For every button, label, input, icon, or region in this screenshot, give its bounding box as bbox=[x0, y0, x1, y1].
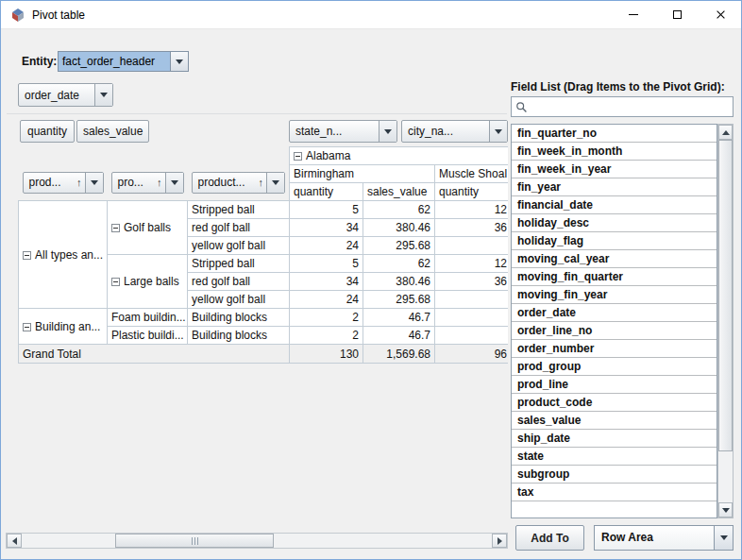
row-field-chip-prod-line[interactable]: pro... ↑ bbox=[111, 172, 184, 194]
field-list-item[interactable]: product_code bbox=[512, 394, 717, 412]
sort-asc-icon[interactable]: ↑ bbox=[259, 177, 267, 188]
arrow-down-icon bbox=[722, 508, 730, 513]
state-group-header: Alabama bbox=[290, 147, 508, 165]
chevron-down-icon[interactable] bbox=[95, 84, 112, 106]
value-header: sales_value bbox=[363, 183, 435, 201]
value-cell: 46.7 bbox=[363, 309, 435, 327]
minimize-button[interactable] bbox=[612, 1, 655, 28]
collapse-icon[interactable] bbox=[23, 251, 31, 260]
field-list-item[interactable]: order_line_no bbox=[512, 322, 717, 340]
value-cell: 12 bbox=[435, 255, 508, 273]
row-group-label: Large balls bbox=[124, 275, 179, 288]
value-cell bbox=[435, 291, 508, 309]
row-group-label: Golf balls bbox=[124, 221, 171, 234]
field-search-box[interactable] bbox=[511, 96, 734, 117]
column-field-chip-city[interactable]: city_na... bbox=[401, 120, 508, 143]
value-header: quantity bbox=[290, 183, 363, 201]
add-to-button[interactable]: Add To bbox=[515, 525, 584, 551]
chevron-down-icon[interactable] bbox=[490, 121, 507, 142]
measure-chip-quantity[interactable]: quantity bbox=[20, 120, 75, 143]
column-field-chip-state[interactable]: state_n... bbox=[289, 120, 397, 143]
horizontal-scrollbar[interactable] bbox=[6, 533, 508, 549]
value-cell bbox=[435, 327, 508, 345]
column-field-label: city_na... bbox=[402, 125, 489, 138]
field-list-item[interactable]: ship_date bbox=[512, 430, 717, 448]
field-list-item[interactable]: moving_fin_quarter bbox=[512, 268, 717, 286]
field-list-item[interactable]: holiday_desc bbox=[512, 214, 717, 232]
field-list-item[interactable]: fin_week_in_month bbox=[512, 143, 717, 161]
grand-total-cell: 1,569.68 bbox=[363, 345, 435, 364]
chevron-down-icon[interactable] bbox=[166, 173, 183, 193]
field-list-item[interactable]: prod_group bbox=[512, 358, 717, 376]
value-cell: 5 bbox=[290, 255, 363, 273]
chevron-down-icon[interactable] bbox=[86, 173, 103, 193]
row-group-cell[interactable]: All types an... bbox=[19, 201, 108, 309]
field-list-item[interactable]: state bbox=[512, 448, 717, 466]
field-list-item[interactable]: prod_line bbox=[512, 376, 717, 394]
scroll-left-button[interactable] bbox=[7, 534, 22, 548]
row-group-cell[interactable]: Large balls bbox=[108, 255, 188, 309]
value-cell: 36 bbox=[435, 273, 508, 291]
row-field-chip-prod-group[interactable]: prod... ↑ bbox=[23, 172, 104, 194]
value-cell: 62 bbox=[363, 255, 435, 273]
entity-combobox[interactable]: fact_order_header bbox=[58, 51, 189, 72]
collapse-icon[interactable] bbox=[111, 278, 120, 286]
field-search-input[interactable] bbox=[528, 98, 733, 115]
row-field-label: prod... bbox=[24, 176, 77, 189]
product-cell: yellow golf ball bbox=[188, 291, 290, 309]
scroll-right-button[interactable] bbox=[492, 534, 507, 548]
field-list-item[interactable]: holiday_flag bbox=[512, 232, 717, 250]
filter-chip-order-date[interactable]: order_date bbox=[18, 83, 113, 107]
maximize-button[interactable] bbox=[655, 1, 699, 28]
field-list-item[interactable]: fin_quarter_no bbox=[512, 125, 717, 143]
chevron-down-icon[interactable] bbox=[170, 52, 188, 71]
window-title: Pivot table bbox=[32, 1, 85, 29]
collapse-icon[interactable] bbox=[294, 152, 302, 161]
row-group-cell[interactable]: Building an... bbox=[19, 309, 108, 345]
row-group-cell[interactable]: Plastic buildi... bbox=[108, 327, 188, 345]
arrow-up-icon bbox=[722, 130, 730, 135]
field-list-item[interactable]: subgroup bbox=[512, 466, 717, 484]
scroll-down-button[interactable] bbox=[718, 502, 733, 518]
collapse-icon[interactable] bbox=[23, 323, 31, 331]
field-list-item[interactable]: fin_year bbox=[512, 178, 717, 196]
value-cell: 5 bbox=[290, 201, 363, 219]
field-list-item[interactable]: order_number bbox=[512, 340, 717, 358]
field-list-item[interactable]: financial_date bbox=[512, 196, 717, 214]
city-header: Birmingham bbox=[290, 165, 435, 183]
area-combobox[interactable]: Row Area bbox=[594, 525, 734, 551]
collapse-icon[interactable] bbox=[111, 224, 120, 232]
value-cell: 2 bbox=[290, 309, 363, 327]
field-list-item[interactable]: order_date bbox=[512, 304, 717, 322]
chevron-down-icon[interactable] bbox=[714, 526, 733, 550]
measure-chip-sales-value[interactable]: sales_value bbox=[76, 120, 149, 143]
field-list-item[interactable]: moving_cal_year bbox=[512, 250, 717, 268]
value-cell: 380.46 bbox=[363, 273, 435, 291]
separator-line bbox=[7, 113, 507, 114]
value-cell: 295.68 bbox=[363, 291, 435, 309]
scroll-up-button[interactable] bbox=[718, 125, 733, 140]
field-list-scrollbar[interactable] bbox=[717, 124, 734, 518]
horizontal-scrollbar-thumb[interactable] bbox=[115, 534, 274, 548]
field-list-item[interactable]: sales_value bbox=[512, 412, 717, 430]
sort-asc-icon[interactable]: ↑ bbox=[76, 177, 85, 188]
field-list-item[interactable]: fin_week_in_year bbox=[512, 161, 717, 178]
field-list-item[interactable]: moving_fin_year bbox=[512, 286, 717, 304]
product-cell: Building blocks bbox=[188, 309, 290, 327]
chevron-down-icon[interactable] bbox=[267, 173, 284, 193]
value-cell: 36 bbox=[435, 219, 508, 237]
row-group-cell[interactable]: Foam buildin... bbox=[108, 309, 188, 327]
field-list-item[interactable]: tax bbox=[512, 484, 717, 501]
value-cell: 12 bbox=[435, 201, 508, 219]
product-cell: Stripped ball bbox=[188, 255, 290, 273]
filter-chip-label: order_date bbox=[19, 89, 94, 102]
row-group-cell[interactable]: Golf balls bbox=[108, 201, 188, 255]
close-button[interactable] bbox=[699, 1, 742, 28]
field-list-scrollbar-thumb[interactable] bbox=[718, 140, 733, 451]
chevron-down-icon[interactable] bbox=[379, 121, 396, 142]
row-field-label: product... bbox=[193, 176, 259, 189]
row-field-chip-product[interactable]: product... ↑ bbox=[192, 172, 286, 194]
product-cell: red golf ball bbox=[188, 219, 290, 237]
sort-asc-icon[interactable]: ↑ bbox=[157, 177, 165, 188]
value-cell: 2 bbox=[290, 327, 363, 345]
